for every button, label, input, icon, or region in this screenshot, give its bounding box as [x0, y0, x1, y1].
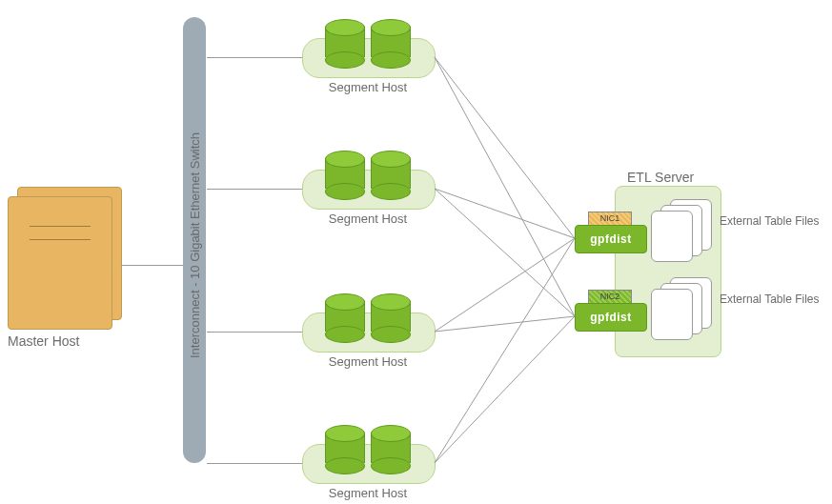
- etl-server: NIC1 gpfdist NIC2 gpfdist: [575, 186, 718, 355]
- svg-line-2: [435, 189, 575, 238]
- master-host-label: Master Host: [8, 333, 132, 349]
- interconnect-switch: Interconnect - 10 Gigabit Ethernet Switc…: [183, 17, 206, 463]
- external-files-stack-1: [651, 199, 714, 256]
- segment-host-label: Segment Host: [302, 80, 434, 94]
- svg-line-0: [435, 57, 575, 238]
- gpfdist-process-1: gpfdist: [575, 225, 647, 253]
- svg-line-6: [435, 238, 575, 463]
- gpfdist-process-2: gpfdist: [575, 303, 647, 332]
- nic1-badge: NIC1: [588, 212, 632, 226]
- svg-line-1: [435, 57, 575, 316]
- database-cylinder-icon: [371, 425, 409, 469]
- segment-host-3: Segment Host: [302, 292, 434, 351]
- segment-host-label: Segment Host: [302, 486, 434, 500]
- segment-host-label: Segment Host: [302, 354, 434, 369]
- segment-tray-icon: [302, 444, 436, 484]
- master-host: Master Host: [8, 187, 120, 330]
- segment-tray-icon: [302, 170, 436, 210]
- segment-host-label: Segment Host: [302, 212, 434, 226]
- database-cylinder-icon: [325, 293, 363, 337]
- switch-to-segment-line: [207, 463, 302, 464]
- switch-bar-icon: [183, 17, 206, 463]
- master-to-switch-line: [121, 265, 192, 266]
- external-files-label-1: External Table Files: [720, 214, 832, 228]
- segment-tray-icon: [302, 38, 436, 78]
- external-files-stack-2: [651, 277, 714, 334]
- database-cylinder-icon: [371, 293, 409, 337]
- segment-host-4: Segment Host: [302, 423, 434, 482]
- segment-tray-icon: [302, 312, 436, 353]
- segment-host-1: Segment Host: [302, 17, 434, 76]
- svg-line-3: [435, 189, 575, 316]
- svg-line-7: [435, 316, 575, 463]
- switch-to-segment-line: [207, 57, 302, 58]
- etl-server-title: ETL Server: [627, 170, 694, 185]
- external-files-label-2: External Table Files: [720, 292, 832, 306]
- svg-line-5: [435, 316, 575, 332]
- nic2-badge: NIC2: [588, 290, 632, 304]
- database-cylinder-icon: [325, 19, 363, 63]
- file-icon: [651, 211, 693, 262]
- diagram-canvas: Master Host Interconnect - 10 Gigabit Et…: [0, 0, 832, 504]
- database-cylinder-icon: [325, 425, 363, 469]
- database-cylinder-icon: [371, 151, 409, 194]
- database-cylinder-icon: [325, 151, 363, 194]
- file-icon: [651, 289, 693, 340]
- segment-host-2: Segment Host: [302, 149, 434, 208]
- master-page-front-icon: [8, 196, 112, 330]
- database-cylinder-icon: [371, 19, 409, 63]
- switch-to-segment-line: [207, 189, 302, 190]
- switch-to-segment-line: [207, 332, 302, 333]
- svg-line-4: [435, 238, 575, 332]
